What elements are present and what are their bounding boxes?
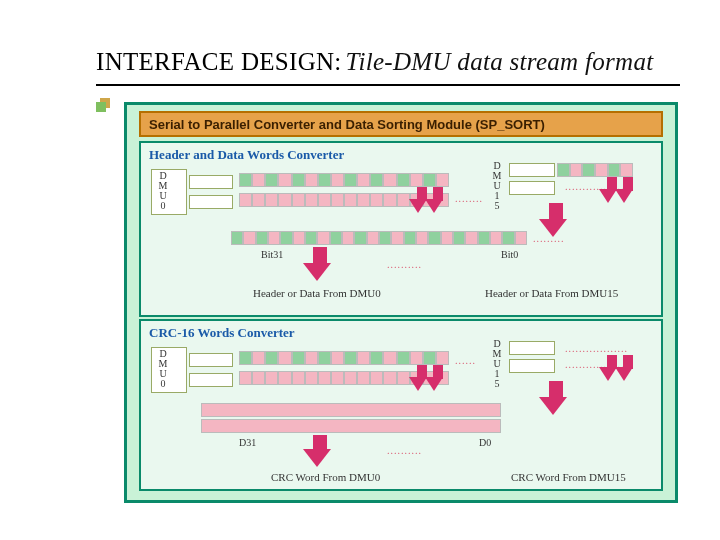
arrow-down-icon	[539, 219, 567, 237]
title-part2: Tile-DMU data stream format	[346, 48, 654, 75]
data0-box	[189, 353, 233, 367]
title-underline	[96, 84, 680, 86]
arrow-down-icon	[615, 367, 633, 381]
stripe-row	[557, 163, 633, 177]
arrow-down-icon	[539, 397, 567, 415]
dmu15-label: DMU15	[489, 161, 505, 211]
arrow-down-icon	[303, 449, 331, 467]
dmu15-label: DMU15	[489, 339, 505, 389]
pink-bar	[201, 419, 501, 433]
panel-header-data: Header and Data Words Converter DMU0 Dat…	[139, 141, 663, 317]
d0-label: D0	[479, 437, 491, 448]
panel1-subtitle: Header and Data Words Converter	[149, 147, 344, 163]
ellipsis-icon: ..................	[565, 343, 628, 354]
bullet-icon	[96, 98, 110, 112]
ellipsis-icon: ..........	[387, 259, 422, 270]
title-part1: INTERFACE DESIGN:	[96, 48, 342, 75]
arrow-down-icon	[425, 199, 443, 213]
data31-box	[509, 181, 555, 195]
bit31-label: Bit31	[261, 249, 283, 260]
stripe-row	[239, 351, 449, 365]
data30-box	[509, 163, 555, 177]
caption-dmu0: Header or Data From DMU0	[253, 287, 381, 299]
data0-box	[189, 175, 233, 189]
page-title: INTERFACE DESIGN: Tile-DMU data stream f…	[96, 48, 680, 76]
caption-crc-dmu0: CRC Word From DMU0	[271, 471, 380, 483]
bit0-label: Bit0	[501, 249, 518, 260]
panel-crc16: CRC-16 Words Converter DMU0 Data0 Data1 …	[139, 319, 663, 491]
caption-crc-dmu15: CRC Word From DMU15	[511, 471, 626, 483]
slide: INTERFACE DESIGN: Tile-DMU data stream f…	[0, 0, 720, 540]
arrow-down-icon	[303, 263, 331, 281]
data1-box	[189, 195, 233, 209]
data30-box	[509, 341, 555, 355]
dmu0-label: DMU0	[155, 171, 171, 211]
d31-label: D31	[239, 437, 256, 448]
stripe-row-long	[231, 231, 527, 245]
data1-box	[189, 373, 233, 387]
panel2-subtitle: CRC-16 Words Converter	[149, 325, 295, 341]
pink-bar	[201, 403, 501, 417]
dmu0-label: DMU0	[155, 349, 171, 389]
caption-dmu15: Header or Data From DMU15	[485, 287, 618, 299]
stripe-row	[239, 173, 449, 187]
ellipsis-icon: ......	[455, 355, 476, 366]
data31-box	[509, 359, 555, 373]
ellipsis-icon: ..........	[387, 445, 422, 456]
banner: Serial to Parallel Converter and Data So…	[139, 111, 663, 137]
diagram-frame: Serial to Parallel Converter and Data So…	[124, 102, 678, 503]
ellipsis-icon: ........	[455, 193, 483, 204]
arrow-down-icon	[425, 377, 443, 391]
arrow-down-icon	[615, 189, 633, 203]
